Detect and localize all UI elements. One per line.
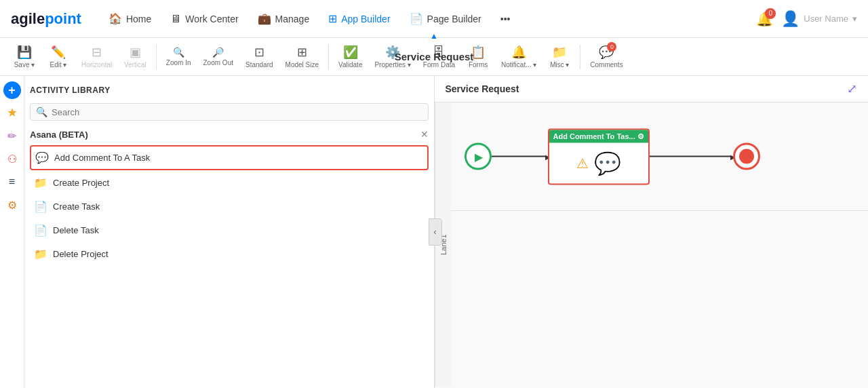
lane-body: ▶ ▶ Add Comment To Tas... ⚙ — [451, 102, 869, 387]
toolbar-title: Service Request — [395, 51, 474, 62]
pagebuilder-icon: 📄 — [410, 12, 423, 25]
user-chevron-icon: ▾ — [852, 14, 857, 24]
activity-item-create-task[interactable]: 📄 Create Task — [30, 195, 429, 218]
user-menu[interactable]: 👤 User Name ▾ — [781, 10, 857, 28]
standard-button[interactable]: ⊡ Standard — [240, 42, 279, 71]
horizontal-button[interactable]: ⊟ Horizontal — [76, 42, 117, 71]
add-comment-label: Add Comment To A Task — [54, 153, 150, 163]
model-size-button[interactable]: ⊞ Model Size — [280, 42, 324, 71]
nav-right: 🔔 0 👤 User Name ▾ — [756, 10, 857, 28]
search-input[interactable] — [52, 107, 422, 117]
nav-home[interactable]: 🏠 Home — [100, 8, 159, 29]
search-box[interactable]: 🔍 — [30, 103, 429, 121]
toolbar: ▲ Service Request 💾 Save ▾ ✏️ Edit ▾ ⊟ H… — [0, 38, 868, 76]
canvas-body: Lane1 ▶ ▶ — [435, 102, 869, 387]
people-icon[interactable]: ⚇ — [3, 149, 22, 168]
gear-small-icon[interactable]: ⚙ — [3, 195, 22, 214]
add-comment-icon: 💬 — [35, 151, 49, 164]
lane-row-2 — [451, 211, 869, 292]
start-node[interactable]: ▶ — [465, 143, 492, 170]
flow-elements: ▶ ▶ Add Comment To Tas... ⚙ — [465, 128, 842, 185]
logo-text: agilepoint — [11, 10, 81, 28]
chat-bubble-icon: 💬 — [594, 150, 621, 176]
standard-icon: ⊡ — [254, 45, 264, 60]
nav-appbuilder-label: App Builder — [341, 14, 390, 24]
edit-button[interactable]: ✏️ Edit ▾ — [42, 42, 75, 71]
zoom-in-button[interactable]: 🔍 Zoom In — [161, 44, 197, 69]
canvas-title: Service Request — [446, 83, 519, 94]
category-close-button[interactable]: ✕ — [420, 129, 429, 140]
flow-node-add-comment[interactable]: Add Comment To Tas... ⚙ ⚠ 💬 — [548, 128, 650, 185]
appbuilder-icon: ⊞ — [328, 12, 337, 25]
activity-item-add-comment[interactable]: 💬 Add Comment To A Task — [30, 145, 429, 170]
flow-line-1 — [492, 156, 546, 157]
list-icon[interactable]: ≡ — [3, 172, 22, 191]
nav-manage[interactable]: 💼 Manage — [250, 8, 318, 29]
activity-item-delete-project[interactable]: 📁 Delete Project — [30, 243, 429, 265]
main-layout: + ★ ✏ ⚇ ≡ ⚙ ACTIVITY LIBRARY 🔍 Asana (BE… — [0, 76, 868, 388]
toolbar-divider-3 — [580, 45, 580, 69]
zoom-out-label: Zoom Out — [203, 59, 233, 66]
zoom-in-label: Zoom In — [166, 59, 191, 66]
activity-item-create-project[interactable]: 📁 Create Project — [30, 172, 429, 194]
misc-icon: 📁 — [552, 45, 567, 60]
sidebar-collapse-button[interactable]: ‹ — [429, 218, 442, 246]
nav-workcenter[interactable]: 🖥 Work Center — [162, 9, 246, 29]
canvas-header: Service Request ⤢ — [435, 76, 869, 102]
category-header: Asana (BETA) ✕ — [30, 129, 429, 140]
comments-label: Comments — [590, 61, 623, 69]
create-project-icon: 📁 — [34, 176, 47, 189]
misc-button[interactable]: 📁 Misc ▾ — [543, 42, 576, 71]
activity-item-delete-task[interactable]: 📄 Delete Task — [30, 219, 429, 241]
save-label: Save ▾ — [14, 61, 35, 69]
icon-strip: + ★ ✏ ⚇ ≡ ⚙ — [0, 76, 24, 388]
validate-icon: ✅ — [343, 45, 358, 60]
user-avatar-icon: 👤 — [781, 10, 800, 28]
nav-more[interactable]: ••• — [492, 9, 519, 28]
activity-library-title: ACTIVITY LIBRARY — [30, 85, 111, 95]
notification-button[interactable]: 🔔 Notificat... ▾ — [496, 42, 542, 71]
end-node[interactable] — [733, 143, 760, 170]
vertical-icon: ▣ — [130, 45, 141, 60]
vertical-button[interactable]: ▣ Vertical — [119, 42, 152, 71]
zoom-out-button[interactable]: 🔎 Zoom Out — [198, 44, 239, 69]
notification-badge: 0 — [765, 8, 776, 19]
pencil-icon[interactable]: ✏ — [3, 126, 22, 145]
activity-library-header: ACTIVITY LIBRARY — [30, 83, 429, 98]
validate-button[interactable]: ✅ Validate — [333, 42, 368, 71]
canvas-area: Service Request ⤢ Lane1 ▶ — [435, 76, 869, 388]
nav-home-label: Home — [126, 14, 151, 24]
delete-task-label: Delete Task — [53, 225, 99, 235]
toolbar-collapse-btn[interactable]: ▲ — [430, 31, 438, 41]
notif-label: Notificat... ▾ — [501, 61, 536, 69]
add-activity-button[interactable]: + — [3, 81, 21, 99]
lane-container: Lane1 ▶ ▶ — [435, 102, 869, 387]
horizontal-icon: ⊟ — [92, 45, 102, 60]
comments-button[interactable]: 💬 0 Comments — [585, 42, 628, 71]
flow-node-gear-icon[interactable]: ⚙ — [637, 132, 644, 140]
delete-project-icon: 📁 — [34, 248, 47, 260]
favorites-icon[interactable]: ★ — [3, 103, 22, 122]
create-task-icon: 📄 — [34, 200, 47, 213]
flow-node-header: Add Comment To Tas... ⚙ — [549, 130, 648, 142]
horizontal-label: Horizontal — [81, 61, 112, 69]
save-button[interactable]: 💾 Save ▾ — [8, 42, 41, 71]
search-icon: 🔍 — [36, 106, 47, 117]
zoom-out-icon: 🔎 — [212, 47, 224, 58]
flow-node-body: ⚠ 💬 — [549, 142, 648, 183]
nav-appbuilder[interactable]: ⊞ App Builder — [320, 8, 398, 29]
create-task-label: Create Task — [53, 201, 100, 212]
workcenter-icon: 🖥 — [170, 13, 181, 25]
model-size-icon: ⊞ — [297, 45, 307, 60]
notification-bell[interactable]: 🔔 0 — [756, 11, 773, 27]
canvas-expand-button[interactable]: ⤢ — [847, 81, 857, 96]
zoom-in-icon: 🔍 — [173, 47, 184, 58]
vertical-label: Vertical — [124, 61, 146, 69]
edit-label: Edit ▾ — [50, 61, 66, 69]
validate-label: Validate — [338, 61, 362, 69]
category-name-label: Asana (BETA) — [30, 130, 88, 140]
warning-icon: ⚠ — [576, 155, 589, 171]
nav-pagebuilder[interactable]: 📄 Page Builder — [401, 8, 490, 29]
nav-items: 🏠 Home 🖥 Work Center 💼 Manage ⊞ App Buil… — [100, 8, 753, 29]
more-label: ••• — [500, 14, 511, 24]
